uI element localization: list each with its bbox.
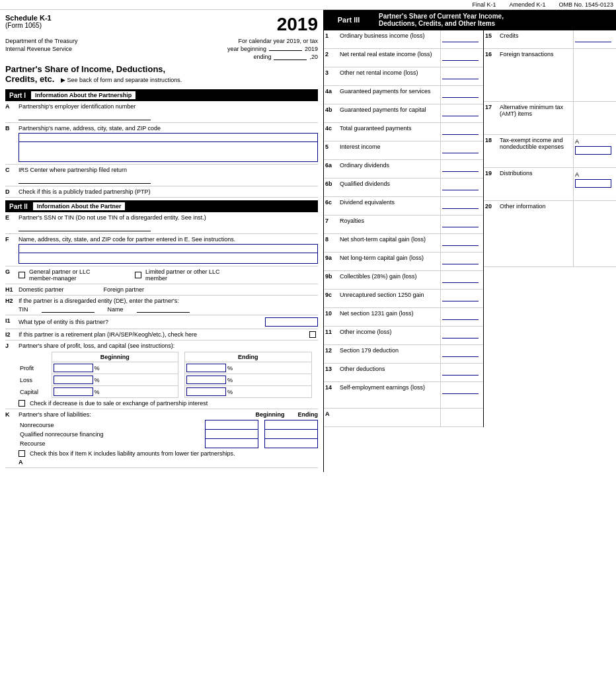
right-column: Part III Partner's Share of Current Year… bbox=[324, 10, 616, 472]
i1-input[interactable] bbox=[265, 317, 318, 327]
item-14-input[interactable] bbox=[442, 385, 479, 394]
ending-label: ending bbox=[253, 54, 271, 60]
item-12-input[interactable] bbox=[442, 348, 479, 357]
credit-15-input[interactable] bbox=[575, 34, 611, 42]
item-14-num: 14 bbox=[324, 382, 338, 408]
item-10-val bbox=[440, 308, 483, 326]
j-capital-end-input[interactable] bbox=[186, 387, 226, 396]
item-6b-val bbox=[440, 179, 483, 196]
schedule-k1-title: Schedule K-1 bbox=[5, 14, 52, 22]
j-profit-end-cell[interactable]: % bbox=[185, 362, 312, 374]
k-recourse-begin[interactable] bbox=[206, 439, 258, 448]
j-profit-begin-cell[interactable]: % bbox=[52, 362, 178, 374]
item-9c-input[interactable] bbox=[442, 293, 479, 301]
main-layout: Schedule K-1 (Form 1065) 2019 Department… bbox=[0, 10, 616, 472]
j-loss-begin-input[interactable] bbox=[54, 376, 93, 384]
item-4a-input[interactable] bbox=[442, 89, 479, 98]
j-loss-end-input[interactable] bbox=[186, 376, 226, 384]
item-5-label: Interest income bbox=[338, 141, 440, 159]
item-4a-label: Guaranteed payments for services bbox=[338, 86, 440, 104]
item-5-input[interactable] bbox=[442, 145, 479, 153]
credit-19-input[interactable] bbox=[575, 179, 611, 188]
item-6c-input[interactable] bbox=[442, 200, 479, 209]
credit-16-val bbox=[573, 49, 616, 101]
row-i2-content: If this partner is a retirement plan (IR… bbox=[19, 331, 318, 338]
tin-input[interactable] bbox=[42, 306, 95, 313]
row-i2: I2 If this partner is a retirement plan … bbox=[5, 329, 318, 340]
row-f-input-1[interactable] bbox=[19, 244, 318, 253]
item-8-val bbox=[440, 234, 483, 252]
k-check-box[interactable] bbox=[19, 450, 25, 457]
j-profit-begin-input[interactable] bbox=[54, 364, 93, 372]
j-capital-begin-cell[interactable]: % bbox=[52, 386, 178, 398]
item-4b-input[interactable] bbox=[442, 108, 479, 116]
k-qualified-end[interactable] bbox=[265, 430, 318, 439]
j-check-box[interactable] bbox=[19, 400, 25, 407]
item-6b-input[interactable] bbox=[442, 182, 479, 190]
j-capital-label: Capital bbox=[19, 386, 52, 398]
row-c-input[interactable] bbox=[19, 175, 151, 184]
item-6b-label: Qualified dividends bbox=[338, 179, 440, 196]
item-7-val bbox=[440, 216, 483, 233]
g-limited-checkbox[interactable] bbox=[135, 272, 141, 278]
g-general-checkbox[interactable] bbox=[19, 272, 25, 278]
credit-18-input[interactable] bbox=[575, 146, 611, 155]
j-capital-row: Capital % bbox=[19, 386, 318, 398]
j-capital-end-cell[interactable]: % bbox=[185, 386, 312, 398]
item-2-input[interactable] bbox=[442, 52, 479, 61]
ending-line[interactable] bbox=[274, 54, 307, 60]
item-6a-val bbox=[440, 160, 483, 178]
credit-18-label: Tax-exempt income and nondeductible expe… bbox=[498, 135, 573, 167]
row-h1-content: Domestic partner Foreign partner bbox=[19, 286, 318, 293]
item-12-num: 12 bbox=[324, 345, 338, 363]
item-9b-input[interactable] bbox=[442, 274, 479, 283]
row-g-options: General partner or LLC member-manager Li… bbox=[19, 268, 318, 282]
row-h2-text: If the partner is a disregarded entity (… bbox=[19, 298, 318, 304]
item-10-input[interactable] bbox=[442, 311, 479, 320]
item-1-label: Ordinary business income (loss) bbox=[338, 30, 440, 48]
j-capital-begin-input[interactable] bbox=[54, 387, 93, 396]
item-2-val bbox=[440, 49, 483, 67]
item-1-input[interactable] bbox=[442, 34, 479, 42]
item-7-label: Royalties bbox=[338, 216, 440, 233]
item-11-input[interactable] bbox=[442, 330, 479, 338]
row-f-input-2[interactable] bbox=[19, 253, 318, 264]
item-3-input[interactable] bbox=[442, 71, 479, 79]
i2-checkbox[interactable] bbox=[309, 331, 316, 338]
k-nonrecourse-end[interactable] bbox=[265, 420, 318, 430]
k-a-row: A bbox=[19, 459, 318, 465]
row-b-input-2[interactable] bbox=[19, 142, 318, 162]
item-6a-input[interactable] bbox=[442, 163, 479, 172]
year-beginning-line[interactable] bbox=[269, 50, 302, 51]
j-loss-end-cell[interactable]: % bbox=[185, 374, 312, 386]
row-b-input-1[interactable] bbox=[19, 133, 318, 142]
row-k: K Partner's share of liabilities: Beginn… bbox=[5, 409, 318, 468]
form-number: (Form 1065) bbox=[5, 22, 52, 29]
item-10-row: 10 Net section 1231 gain (loss) bbox=[324, 308, 483, 327]
credit-19-a: A bbox=[575, 171, 615, 178]
item-9a-input[interactable] bbox=[442, 256, 479, 264]
item-13-num: 13 bbox=[324, 364, 338, 381]
item-8-input[interactable] bbox=[442, 237, 479, 246]
item-13-input[interactable] bbox=[442, 367, 479, 376]
part2-header: Part II Information About the Partner bbox=[5, 200, 318, 212]
h1-foreign: Foreign partner bbox=[104, 286, 145, 293]
j-loss-begin-cell[interactable]: % bbox=[52, 374, 178, 386]
k-nonrecourse-begin[interactable] bbox=[206, 420, 258, 430]
row-e-input[interactable] bbox=[19, 222, 151, 231]
item-4c-input[interactable] bbox=[442, 126, 479, 135]
name-input[interactable] bbox=[137, 306, 190, 313]
k-recourse-end[interactable] bbox=[265, 439, 318, 448]
part3-title-box: Partner's Share of Current Year Income, … bbox=[373, 10, 616, 30]
row-h2-content: If the partner is a disregarded entity (… bbox=[19, 298, 318, 313]
j-loss-label: Loss bbox=[19, 374, 52, 386]
k-check-row: Check this box if Item K includes liabil… bbox=[19, 450, 318, 457]
row-a-input[interactable] bbox=[19, 111, 151, 120]
k-qualified-begin[interactable] bbox=[206, 430, 258, 439]
j-profit-end-input[interactable] bbox=[186, 364, 226, 372]
k-nonrecourse-label: Nonrecourse bbox=[19, 420, 206, 430]
main-title-line1: Partner's Share of Income, Deductions, bbox=[5, 64, 318, 74]
item-6a-label: Ordinary dividends bbox=[338, 160, 440, 178]
item-7-input[interactable] bbox=[442, 219, 479, 227]
row-h1-options: Domestic partner Foreign partner bbox=[19, 286, 318, 293]
